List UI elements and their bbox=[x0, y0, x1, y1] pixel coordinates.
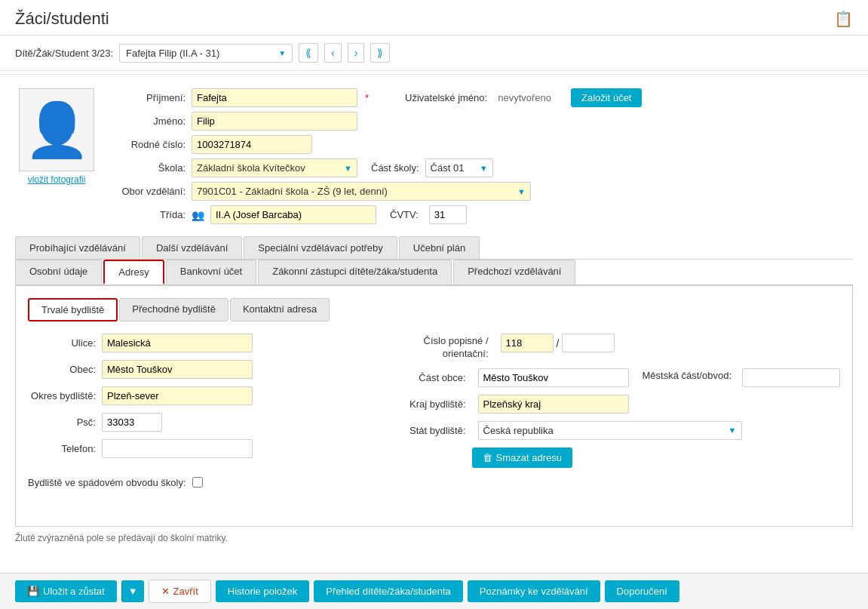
cvtv-input[interactable] bbox=[429, 205, 467, 224]
cast-obce-label: Část obce: bbox=[398, 368, 466, 383]
mestska-input[interactable] bbox=[742, 368, 840, 387]
trida-icon[interactable]: 👥 bbox=[192, 209, 204, 221]
subtab-trvale[interactable]: Trvalé bydliště bbox=[28, 298, 118, 321]
close-icon: ✕ bbox=[161, 586, 170, 597]
rodne-cislo-input[interactable] bbox=[192, 135, 312, 154]
cast-skoly-label: Část školy: bbox=[371, 162, 419, 174]
ulice-label: Ulice: bbox=[28, 334, 96, 349]
photo-silhouette: 👤 bbox=[24, 103, 90, 156]
subtab-prechodne[interactable]: Přechodné bydliště bbox=[119, 298, 229, 321]
addr-col-right: Číslo popisné / orientační: / Část obce:… bbox=[398, 334, 841, 468]
telefon-input[interactable] bbox=[102, 439, 253, 458]
skola-label: Škola: bbox=[110, 162, 186, 174]
cislo-label: Číslo popisné / orientační: bbox=[398, 334, 489, 361]
nav-prev-button[interactable]: ‹ bbox=[324, 43, 342, 63]
ulice-input[interactable] bbox=[102, 334, 253, 352]
mestska-label: Městská část/obvod: bbox=[643, 368, 732, 383]
trida-input[interactable] bbox=[210, 205, 376, 224]
cislo-orientacni-input[interactable] bbox=[562, 334, 615, 352]
tab-dalsi[interactable]: Další vzdělávání bbox=[142, 236, 242, 259]
cislo-row: Číslo popisné / orientační: / bbox=[398, 334, 841, 361]
rodne-cislo-row: Rodné číslo: bbox=[110, 135, 853, 154]
skola-select-value: Základní škola Kvítečkov bbox=[197, 162, 305, 174]
prijmeni-input[interactable] bbox=[192, 88, 357, 107]
yellow-note: Žlutě zvýrazněná pole se předávají do šk… bbox=[15, 533, 853, 543]
tabs-bottom-row: Osobní údaje Adresy Bankovní účet Zákonn… bbox=[15, 260, 853, 285]
cast-dropdown-arrow: ▼ bbox=[480, 164, 488, 173]
cast-obce-input[interactable] bbox=[478, 368, 629, 387]
trida-row: Třída: 👥 ČVTV: bbox=[110, 205, 853, 224]
subtab-kontaktni[interactable]: Kontaktní adresa bbox=[230, 298, 330, 321]
spadova-row: Bydliště ve spádovém obvodu školy: bbox=[28, 477, 840, 488]
telefon-label: Telefon: bbox=[28, 439, 96, 454]
subtabs-row: Trvalé bydliště Přechodné bydliště Konta… bbox=[28, 298, 840, 321]
student-selector-label: Dítě/Žák/Student 3/23: bbox=[15, 48, 113, 59]
poznamky-button[interactable]: Poznámky ke vzdělávání bbox=[468, 580, 600, 602]
addr-col-left: Ulice: Obec: Okres bydliště: Psč: bbox=[28, 334, 383, 468]
save-icon: 💾 bbox=[27, 586, 39, 597]
tabs-container: Probíhající vzdělávání Další vzdělávání … bbox=[15, 236, 853, 527]
obec-input[interactable] bbox=[102, 360, 253, 379]
smazat-adresu-button[interactable]: 🗑 Smazat adresu bbox=[472, 448, 572, 468]
smazat-icon: 🗑 bbox=[483, 452, 492, 463]
tab-bankovni[interactable]: Bankovní účet bbox=[166, 260, 256, 285]
nav-last-button[interactable]: ⟫ bbox=[370, 43, 390, 63]
obec-row: Obec: bbox=[28, 360, 383, 379]
student-select-value: Fafejta Filip (II.A - 31) bbox=[126, 48, 219, 59]
prijmeni-required: * bbox=[365, 92, 369, 103]
student-form: Příjmení: * Uživatelské jméno: nevytvoře… bbox=[110, 88, 853, 229]
page-header: Žáci/studenti 📋 bbox=[0, 0, 868, 35]
historie-button[interactable]: Historie položek bbox=[216, 580, 310, 602]
jmeno-label: Jméno: bbox=[110, 115, 186, 127]
nav-first-button[interactable]: ⟪ bbox=[299, 43, 318, 63]
stat-select[interactable]: Česká republika ▼ bbox=[478, 421, 742, 440]
ulozit-dropdown-button[interactable]: ▼ bbox=[121, 580, 144, 602]
main-content: 👤 vložit fotografii Příjmení: * Uživatel… bbox=[0, 81, 868, 551]
tab-adresy[interactable]: Adresy bbox=[103, 260, 164, 285]
cislo-slash: / bbox=[557, 337, 560, 349]
obor-value: 7901C01 - Základní škola - ZŠ (9 let, de… bbox=[197, 186, 388, 197]
obor-row: Obor vzdělání: 7901C01 - Základní škola … bbox=[110, 182, 853, 201]
tab-ucebni[interactable]: Učební plán bbox=[399, 236, 480, 259]
address-form: Ulice: Obec: Okres bydliště: Psč: bbox=[28, 334, 840, 468]
smazat-btn-row: 🗑 Smazat adresu bbox=[472, 448, 841, 468]
ulozit-zustat-button[interactable]: 💾 Uložit a zůstat bbox=[15, 580, 117, 602]
zalozit-ucet-button[interactable]: Založit účet bbox=[571, 88, 642, 107]
vlozit-fotografii-link[interactable]: vložit fotografii bbox=[28, 174, 86, 185]
trida-label: Třída: bbox=[110, 209, 186, 220]
jmeno-input[interactable] bbox=[192, 112, 357, 131]
toolbar: Dítě/Žák/Student 3/23: Fafejta Filip (II… bbox=[0, 35, 868, 71]
tab-osobni[interactable]: Osobní údaje bbox=[15, 260, 102, 285]
doporuceni-button[interactable]: Doporučení bbox=[605, 580, 679, 602]
tab-zakonne[interactable]: Zákonní zástupci dítěte/žáka/studenta bbox=[258, 260, 452, 285]
okres-label: Okres bydliště: bbox=[28, 386, 96, 403]
cast-skoly-select[interactable]: Část 01 ▼ bbox=[425, 158, 493, 177]
tab-predchozi[interactable]: Předchozí vzdělávání bbox=[453, 260, 575, 285]
skola-dropdown-arrow: ▼ bbox=[344, 164, 352, 173]
zaviit-button[interactable]: ✕ Zavřít bbox=[149, 580, 211, 603]
student-select[interactable]: Fafejta Filip (II.A - 31) ▼ bbox=[119, 44, 293, 63]
student-select-arrow: ▼ bbox=[278, 49, 286, 57]
photo-area: 👤 vložit fotografii bbox=[15, 88, 98, 229]
obor-label: Obor vzdělání: bbox=[110, 186, 186, 197]
nav-next-button[interactable]: › bbox=[348, 43, 365, 63]
prijmeni-row: Příjmení: * Uživatelské jméno: nevytvoře… bbox=[110, 88, 853, 107]
spadova-checkbox[interactable] bbox=[192, 477, 203, 488]
skola-select[interactable]: Základní škola Kvítečkov ▼ bbox=[192, 158, 357, 177]
cislo-popisne-input[interactable] bbox=[501, 334, 554, 352]
psc-input[interactable] bbox=[102, 413, 162, 432]
kraj-input[interactable] bbox=[478, 395, 629, 414]
stat-value: Česká republika bbox=[483, 425, 554, 436]
okres-row: Okres bydliště: bbox=[28, 386, 383, 405]
okres-input[interactable] bbox=[102, 386, 253, 405]
edit-icon[interactable]: 📋 bbox=[834, 10, 853, 28]
obor-select[interactable]: 7901C01 - Základní škola - ZŠ (9 let, de… bbox=[192, 182, 531, 201]
uzivatelske-jmeno-value: nevytvořeno bbox=[498, 92, 551, 103]
prehled-button[interactable]: Přehled dítěte/žáka/studenta bbox=[314, 580, 463, 602]
spadova-label: Bydliště ve spádovém obvodu školy: bbox=[28, 477, 186, 488]
stat-row: Stát bydliště: Česká republika ▼ bbox=[398, 421, 841, 440]
jmeno-row: Jméno: bbox=[110, 112, 853, 131]
tab-specialni[interactable]: Speciální vzdělávací potřeby bbox=[244, 236, 397, 259]
cvtv-label: ČVTV: bbox=[390, 209, 419, 220]
tab-probihajici[interactable]: Probíhající vzdělávání bbox=[15, 236, 140, 259]
